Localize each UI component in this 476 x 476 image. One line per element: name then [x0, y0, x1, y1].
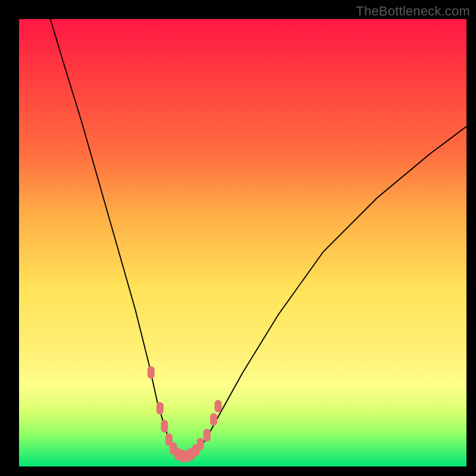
- valley-marker: [156, 402, 164, 415]
- valley-marker: [203, 429, 211, 441]
- valley-marker: [197, 438, 204, 450]
- valley-marker: [210, 414, 217, 426]
- valley-markers: [148, 367, 222, 463]
- valley-marker: [215, 400, 222, 412]
- bottleneck-chart: [19, 19, 466, 466]
- valley-marker: [148, 367, 155, 379]
- valley-marker: [161, 420, 168, 433]
- watermark-text: TheBottleneck.com: [356, 4, 470, 19]
- bottleneck-curve: [51, 19, 466, 456]
